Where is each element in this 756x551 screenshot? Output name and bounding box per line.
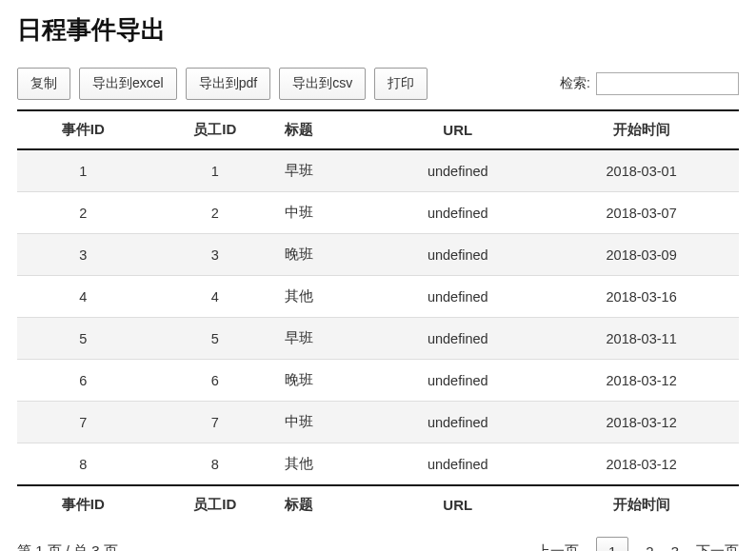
cell-title: 晚班 (281, 234, 371, 276)
page-1[interactable]: 1 (596, 537, 628, 551)
prev-page[interactable]: 上一页 (536, 542, 579, 551)
table-row: 44其他undefined2018-03-16 (17, 276, 739, 318)
cell-emp-id: 8 (149, 443, 280, 486)
cell-title: 中班 (281, 192, 371, 234)
pager: 上一页 123 下一页 (536, 537, 739, 551)
cell-title: 早班 (281, 149, 371, 192)
cell-title: 其他 (281, 443, 371, 486)
col-emp-id[interactable]: 员工ID (149, 110, 280, 149)
fcol-start: 开始时间 (544, 485, 739, 523)
cell-event-id: 2 (17, 192, 149, 234)
cell-event-id: 4 (17, 276, 149, 318)
col-event-id[interactable]: 事件ID (17, 110, 149, 149)
cell-title: 中班 (281, 402, 371, 443)
table-row: 11早班undefined2018-03-01 (17, 149, 739, 192)
cell-start: 2018-03-01 (544, 149, 739, 192)
cell-url: undefined (371, 318, 544, 360)
page-3[interactable]: 3 (671, 543, 679, 551)
cell-url: undefined (371, 360, 544, 402)
cell-start: 2018-03-09 (544, 234, 739, 276)
page-2[interactable]: 2 (646, 543, 653, 551)
cell-emp-id: 7 (149, 402, 280, 443)
pagination-info: 第 1 页 / 总 3 页 (17, 542, 118, 551)
search-wrap: 检索: (560, 72, 739, 95)
table-footer: 第 1 页 / 总 3 页 上一页 123 下一页 (17, 537, 739, 551)
toolbar: 复制 导出到excel 导出到pdf 导出到csv 打印 检索: (17, 68, 739, 100)
cell-url: undefined (371, 234, 544, 276)
copy-button[interactable]: 复制 (17, 68, 70, 100)
cell-url: undefined (371, 402, 544, 443)
table-row: 22中班undefined2018-03-07 (17, 192, 739, 234)
table-row: 66晚班undefined2018-03-12 (17, 360, 739, 402)
fcol-title: 标题 (281, 485, 371, 523)
fcol-event-id: 事件ID (17, 485, 149, 523)
cell-title: 早班 (281, 318, 371, 360)
cell-url: undefined (371, 276, 544, 318)
cell-start: 2018-03-12 (544, 443, 739, 486)
col-start[interactable]: 开始时间 (544, 110, 739, 149)
export-excel-button[interactable]: 导出到excel (79, 68, 177, 100)
cell-start: 2018-03-12 (544, 360, 739, 402)
cell-event-id: 6 (17, 360, 149, 402)
search-label: 检索: (560, 75, 590, 92)
export-csv-button[interactable]: 导出到csv (279, 68, 366, 100)
cell-emp-id: 2 (149, 192, 280, 234)
cell-emp-id: 6 (149, 360, 280, 402)
cell-event-id: 7 (17, 402, 149, 443)
cell-event-id: 3 (17, 234, 149, 276)
table-row: 88其他undefined2018-03-12 (17, 443, 739, 486)
table-row: 55早班undefined2018-03-11 (17, 318, 739, 360)
cell-url: undefined (371, 443, 544, 486)
cell-start: 2018-03-07 (544, 192, 739, 234)
cell-emp-id: 4 (149, 276, 280, 318)
cell-url: undefined (371, 192, 544, 234)
cell-title: 晚班 (281, 360, 371, 402)
table-footer-row: 事件ID 员工ID 标题 URL 开始时间 (17, 485, 739, 523)
cell-emp-id: 3 (149, 234, 280, 276)
data-table: 事件ID 员工ID 标题 URL 开始时间 11早班undefined2018-… (17, 109, 739, 523)
cell-emp-id: 5 (149, 318, 280, 360)
cell-start: 2018-03-16 (544, 276, 739, 318)
col-title[interactable]: 标题 (281, 110, 371, 149)
cell-start: 2018-03-11 (544, 318, 739, 360)
cell-start: 2018-03-12 (544, 402, 739, 443)
table-row: 33晚班undefined2018-03-09 (17, 234, 739, 276)
cell-event-id: 5 (17, 318, 149, 360)
export-pdf-button[interactable]: 导出到pdf (186, 68, 270, 100)
cell-emp-id: 1 (149, 149, 280, 192)
fcol-emp-id: 员工ID (149, 485, 280, 523)
fcol-url: URL (371, 485, 544, 523)
cell-url: undefined (371, 149, 544, 192)
next-page[interactable]: 下一页 (696, 542, 739, 551)
cell-title: 其他 (281, 276, 371, 318)
table-row: 77中班undefined2018-03-12 (17, 402, 739, 443)
page-title: 日程事件导出 (17, 13, 739, 47)
print-button[interactable]: 打印 (374, 68, 428, 100)
table-header-row: 事件ID 员工ID 标题 URL 开始时间 (17, 110, 739, 149)
search-input[interactable] (596, 72, 739, 95)
cell-event-id: 1 (17, 149, 149, 192)
cell-event-id: 8 (17, 443, 149, 486)
col-url[interactable]: URL (371, 110, 544, 149)
export-buttons: 复制 导出到excel 导出到pdf 导出到csv 打印 (17, 68, 428, 100)
